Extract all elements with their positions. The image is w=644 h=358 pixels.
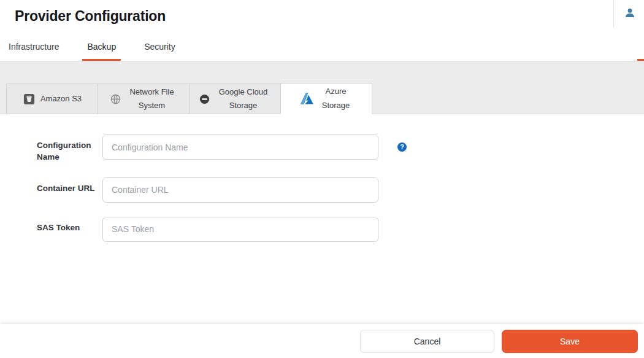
tab-security[interactable]: Security: [143, 32, 177, 61]
form-row-container-url: Container URL: [37, 177, 644, 203]
tab-backup-label: Backup: [87, 42, 116, 52]
tab-infrastructure[interactable]: Infrastructure: [7, 32, 60, 61]
header: Provider Configuration: [0, 0, 644, 32]
header-user-area[interactable]: [613, 0, 644, 28]
provider-tab-label: Google Cloud Storage: [215, 85, 272, 112]
azure-storage-form: Configuration Name ? Container URL SAS T…: [0, 114, 644, 324]
google-cloud-storage-icon: [199, 93, 210, 105]
save-button[interactable]: Save: [502, 330, 638, 353]
azure-icon: [300, 92, 314, 105]
tab-infrastructure-label: Infrastructure: [9, 42, 59, 52]
provider-tab-label: Amazon S3: [40, 92, 82, 106]
configuration-name-label: Configuration Name: [37, 134, 102, 163]
provider-tab-amazon-s3[interactable]: Amazon S3: [6, 84, 98, 114]
provider-tab-google-cloud-storage[interactable]: Google Cloud Storage: [189, 84, 281, 114]
globe-icon: [110, 93, 121, 105]
cancel-button[interactable]: Cancel: [360, 330, 494, 353]
amazon-s3-icon: [23, 93, 36, 106]
provider-tabs: Amazon S3 Network File System Google Clo…: [6, 83, 372, 114]
primary-nav: Infrastructure Backup Security: [0, 32, 644, 61]
configuration-name-input[interactable]: [102, 134, 378, 160]
tab-backup[interactable]: Backup: [86, 32, 117, 61]
form-row-sas-token: SAS Token: [37, 217, 644, 242]
nav-accent-end: [637, 59, 644, 61]
provider-tab-azure-storage[interactable]: Azure Storage: [280, 83, 372, 114]
form-row-configuration-name: Configuration Name ?: [37, 134, 644, 163]
container-url-input[interactable]: [102, 177, 378, 203]
page-title: Provider Configuration: [15, 8, 166, 25]
help-icon[interactable]: ?: [397, 142, 407, 152]
sas-token-label: SAS Token: [37, 217, 102, 234]
provider-tab-label: Network File System: [126, 85, 178, 112]
provider-tabs-strip: Amazon S3 Network File System Google Clo…: [0, 61, 644, 114]
provider-tab-network-file-system[interactable]: Network File System: [98, 84, 190, 114]
sas-token-input[interactable]: [102, 217, 378, 242]
provider-tab-label: Azure Storage: [319, 85, 353, 112]
tab-security-label: Security: [144, 42, 175, 52]
footer-action-bar: Cancel Save: [0, 324, 644, 358]
container-url-label: Container URL: [37, 177, 102, 195]
user-icon: [624, 7, 635, 21]
